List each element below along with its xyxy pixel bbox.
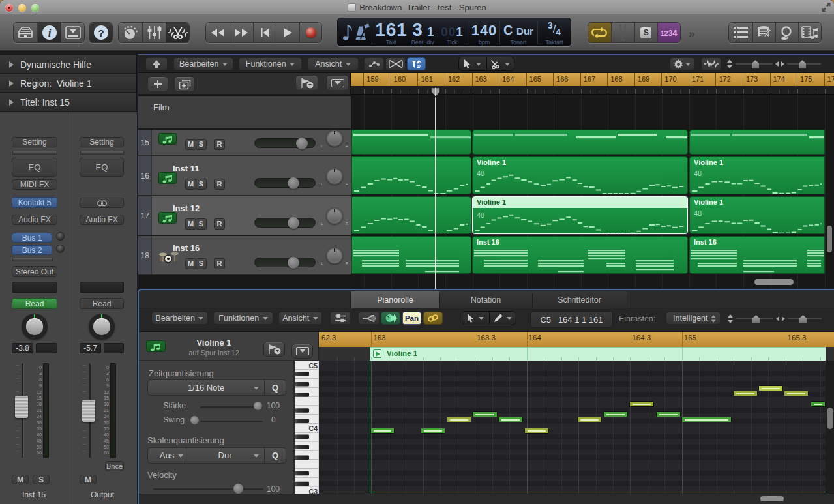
svg-text:?: ? xyxy=(98,27,104,38)
svg-text:i: i xyxy=(48,27,51,39)
